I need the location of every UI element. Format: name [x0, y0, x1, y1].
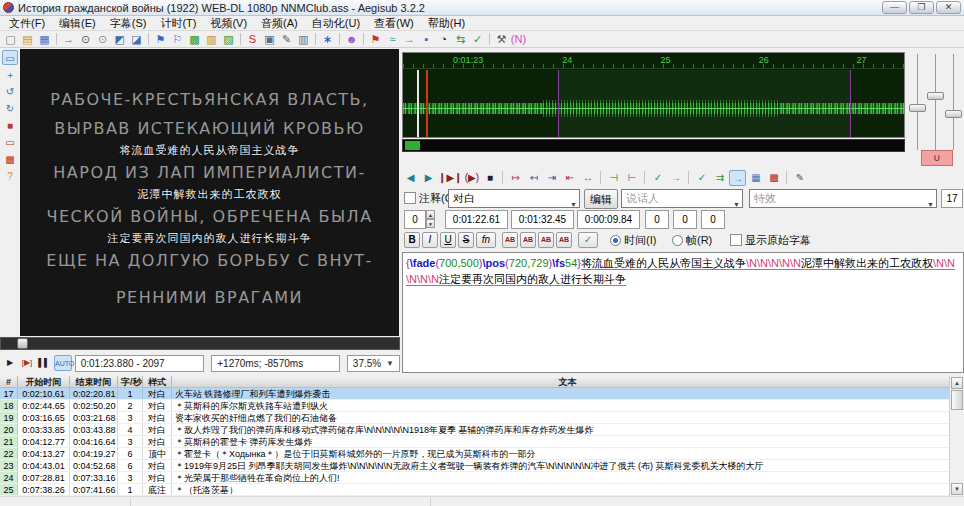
- subtitle-row-17[interactable]: 170:02:10.610:02:20.811对白火车站 铁路修理厂和列车遭到爆…: [0, 388, 964, 400]
- vector-clip-mode-icon[interactable]: ▩: [2, 152, 18, 167]
- audio-play-cursor[interactable]: [426, 70, 428, 137]
- horizontal-zoom-slider-handle[interactable]: [909, 104, 926, 112]
- rotate-z-mode-icon[interactable]: ↺: [2, 84, 18, 99]
- margin-left-field[interactable]: 0: [645, 210, 669, 229]
- subtitle-row-19[interactable]: 190:03:16.650:03:21.683对白资本家收买的奸细点燃了我们的石…: [0, 412, 964, 424]
- audio-start-marker[interactable]: [417, 70, 419, 137]
- lead-in-button[interactable]: ⊣: [605, 170, 622, 186]
- automation-icon[interactable]: ∗: [319, 32, 336, 47]
- layer-field[interactable]: 0: [404, 210, 426, 229]
- subtitle-row-23[interactable]: 230:04:43.010:04:52.686对白＊1919年9月25日 列昂季…: [0, 460, 964, 472]
- underline-button[interactable]: U: [440, 232, 456, 248]
- video-jump-start-icon[interactable]: ◩: [111, 32, 128, 47]
- auto-next-line-button[interactable]: ⇉: [711, 170, 728, 186]
- play-500ms-after-button[interactable]: ↤: [525, 170, 542, 186]
- snap-to-scene-icon[interactable]: ▩: [186, 32, 203, 47]
- menu-自动化(U)[interactable]: 自动化(U): [305, 16, 367, 30]
- frame-mode-radio[interactable]: [672, 235, 683, 246]
- lead-out-button[interactable]: ⊢: [623, 170, 640, 186]
- subtitle-row-20[interactable]: 200:03:33.850:03:43.884对白＊敌人炸毁了我们的弹药库和移动…: [0, 424, 964, 436]
- shift-to-current-frame-icon[interactable]: ▥: [203, 32, 220, 47]
- style-dropdown[interactable]: 对白 ▼: [448, 189, 580, 208]
- menu-字幕(S)[interactable]: 字幕(S): [103, 16, 154, 30]
- auto-scroll-button[interactable]: →: [729, 170, 746, 186]
- resample-resolution-icon[interactable]: ≈: [384, 32, 401, 47]
- spectrum-mode-button[interactable]: ▦: [747, 170, 764, 186]
- video-display[interactable]: РАБОЧЕ-КРЕСТЬЯНСКАЯ ВЛАСТЬ,ВЫРВАВ ИСТЕКА…: [20, 49, 399, 336]
- effect-combobox[interactable]: 特效 ▼: [749, 189, 937, 208]
- play-last-500ms-button[interactable]: ⇤: [561, 170, 578, 186]
- comment-checkbox[interactable]: [404, 192, 416, 204]
- italic-button[interactable]: I: [422, 232, 438, 248]
- save-subtitles-icon[interactable]: ▦: [36, 32, 53, 47]
- margin-right-field[interactable]: 0: [673, 210, 697, 229]
- scroll-down-icon[interactable]: ▼: [951, 483, 963, 495]
- menu-编辑(E)[interactable]: 编辑(E): [52, 16, 103, 30]
- show-original-checkbox[interactable]: [730, 234, 742, 246]
- subtitle-end-marker[interactable]: [850, 70, 851, 137]
- layer-spinner[interactable]: ▲▼: [426, 210, 435, 229]
- menu-音频(A)[interactable]: 音频(A): [254, 16, 305, 30]
- audio-display[interactable]: 0:01:2324252627: [402, 52, 905, 138]
- menu-帮助(H)[interactable]: 帮助(H): [421, 16, 472, 30]
- subtitle-row-21[interactable]: 210:04:12.770:04:16.643对白＊莫斯科的霍登卡 弹药库发生爆…: [0, 436, 964, 448]
- subtitle-row-25[interactable]: 250:07:38.260:07:41.661底注＊（托洛茨基）: [0, 484, 964, 496]
- font-button[interactable]: fn: [476, 232, 496, 248]
- video-jump-end-icon[interactable]: ◪: [128, 32, 145, 47]
- new-subtitles-icon[interactable]: ▢: [2, 32, 19, 47]
- volume-slider-handle[interactable]: [945, 110, 962, 118]
- snap-end-to-video-icon[interactable]: ⚐: [169, 32, 186, 47]
- jump-to-icon[interactable]: →: [60, 32, 77, 47]
- drag-mode-icon[interactable]: ＋: [2, 67, 18, 82]
- rotate-xy-mode-icon[interactable]: ↻: [2, 101, 18, 116]
- fonts-collector-icon[interactable]: ▥: [295, 32, 312, 47]
- play-before-selection-button[interactable]: ◀: [402, 170, 419, 186]
- maximize-button[interactable]: ❐: [909, 1, 934, 14]
- video-zoom-select[interactable]: 37.5% ▼: [347, 355, 400, 372]
- secondary-color-button[interactable]: AB: [520, 232, 536, 248]
- outline-color-button[interactable]: AB: [538, 232, 554, 248]
- scroll-up-icon[interactable]: ▲: [951, 377, 963, 389]
- go-to-selection-button[interactable]: →: [667, 170, 684, 186]
- menu-计时(T)[interactable]: 计时(T): [153, 16, 203, 30]
- time-mode-radio[interactable]: [610, 235, 621, 246]
- properties-icon[interactable]: ▣: [261, 32, 278, 47]
- find-icon[interactable]: ⊙: [77, 32, 94, 47]
- spell-checker-icon[interactable]: ✓: [469, 32, 486, 47]
- video-seek-handle[interactable]: [17, 338, 28, 349]
- audio-wave-area[interactable]: [403, 70, 904, 137]
- tag-hiding-mode-icon[interactable]: (N): [510, 32, 527, 47]
- shadow-color-button[interactable]: AB: [556, 232, 572, 248]
- video-pause-button[interactable]: ▌▌: [37, 355, 51, 371]
- link-sliders-button[interactable]: ∪: [921, 150, 953, 166]
- grid-scrollbar[interactable]: ▲ ▼: [949, 376, 964, 496]
- video-play-button[interactable]: ▶: [3, 355, 17, 371]
- play-line-button[interactable]: (▶): [463, 170, 480, 186]
- video-play-line-button[interactable]: [▶]: [20, 355, 34, 371]
- play-after-selection-button[interactable]: ▶: [420, 170, 437, 186]
- color-scheme-button[interactable]: ▩: [765, 170, 782, 186]
- close-button[interactable]: ✕: [936, 1, 961, 14]
- subtitle-row-18[interactable]: 180:02:44.650:02:50.202对白＊莫斯科的库尔斯克铁路车站遭到…: [0, 400, 964, 412]
- vertical-zoom-slider-handle[interactable]: [927, 92, 944, 100]
- styling-assistant-icon[interactable]: ☻: [343, 32, 360, 47]
- attachments-icon[interactable]: ✎: [278, 32, 295, 47]
- subtitle-edit-text[interactable]: {\fade(700,500)\pos(720,729)\fs54}将流血受难的…: [402, 252, 964, 373]
- actor-combobox[interactable]: 说话人 ▼: [621, 189, 743, 208]
- audio-scrollbar[interactable]: [402, 139, 905, 152]
- strikeout-button[interactable]: S: [458, 232, 474, 248]
- play-selection-button[interactable]: ❙▶❙: [438, 170, 462, 186]
- auto-commit-button[interactable]: ✓: [693, 170, 710, 186]
- video-autoscroll-toggle[interactable]: AUTO: [54, 355, 72, 371]
- minimize-button[interactable]: —: [882, 1, 907, 14]
- play-to-end-button[interactable]: ↔: [579, 170, 596, 186]
- subtitle-start-marker[interactable]: [558, 70, 559, 137]
- scale-mode-icon[interactable]: ■: [2, 118, 18, 133]
- open-subtitles-icon[interactable]: ▤: [19, 32, 36, 47]
- commit-button[interactable]: ✓: [649, 170, 666, 186]
- subtitle-row-24[interactable]: 240:07:28.810:07:33.163对白＊光荣属于那些牺牲在革命岗位上…: [0, 472, 964, 484]
- translation-assistant-icon[interactable]: ⚑: [367, 32, 384, 47]
- duration-field[interactable]: 0:00:09.84: [577, 210, 640, 229]
- edit-style-button[interactable]: 编辑: [584, 189, 618, 209]
- snap-start-to-video-icon[interactable]: ⚑: [152, 32, 169, 47]
